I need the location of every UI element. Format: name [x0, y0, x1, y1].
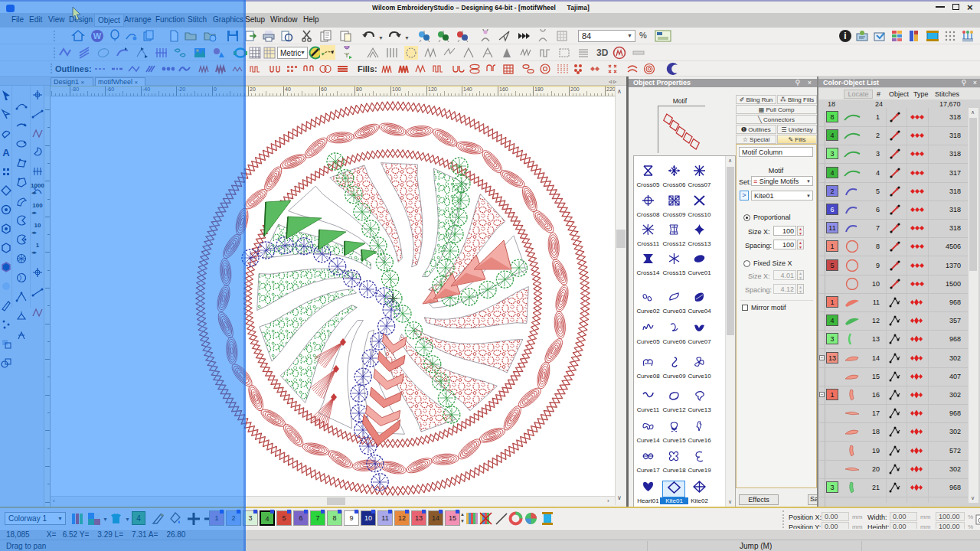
svg-text:i: i [844, 31, 846, 41]
